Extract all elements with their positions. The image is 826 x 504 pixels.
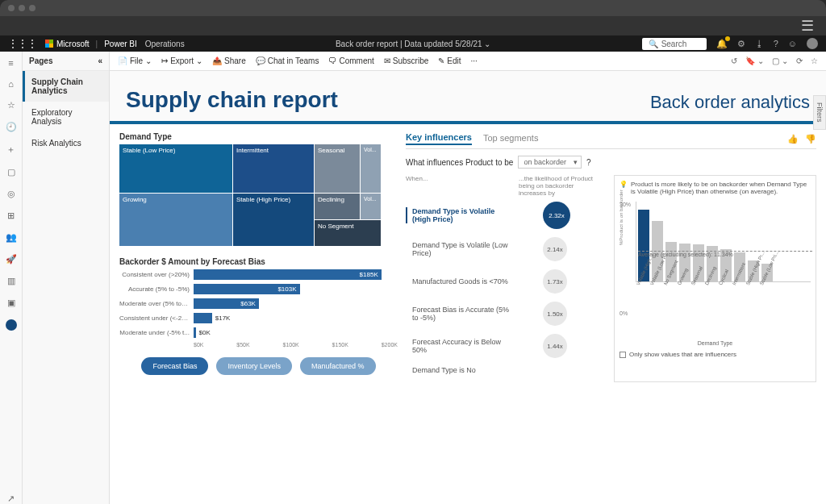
app-launcher-icon[interactable]: ⋮⋮⋮ (8, 38, 37, 49)
report-canvas: Filters Supply chain report Back order a… (110, 71, 826, 504)
shared-icon[interactable]: 👥 (6, 232, 17, 243)
ki-question-text: What influences Product to be (406, 158, 513, 167)
bookmark-icon[interactable]: 🔖 ⌄ (745, 56, 764, 65)
browser-toolbar: ☰ (0, 16, 826, 35)
collapse-pages-icon[interactable]: « (98, 56, 102, 65)
demand-type-treemap[interactable]: Stable (Low Price) Intermittent Seasonal… (119, 144, 398, 246)
ki-checkbox[interactable]: Only show values that are influencers (620, 351, 811, 358)
ki-influencer-row[interactable]: Demand Type is No (406, 366, 607, 374)
browser-menu-icon[interactable]: ☰ (801, 17, 814, 35)
ki-influencer-row[interactable]: Manufactured Goods is <70%1.73x (406, 269, 607, 294)
brand-label: Microsoft (56, 40, 90, 48)
apps-icon[interactable]: ⊞ (7, 210, 15, 221)
ki-influencer-row[interactable]: Forecast Bias is Accurate (5% to -5%)1.5… (406, 302, 607, 326)
share-button[interactable]: 📤 Share (212, 56, 246, 65)
bar-row[interactable]: Consistent over (>20%) $185K (119, 269, 398, 280)
help-icon[interactable]: ? (774, 39, 778, 48)
ki-influencer-row[interactable]: Demand Type is Volatile (High Price)2.32… (406, 202, 607, 229)
bar-row[interactable]: Moderate under (-5% t... $0K (119, 327, 398, 338)
treemap-cell[interactable]: Growing (119, 194, 232, 246)
bar-label: Consistent over (>20%) (119, 271, 194, 278)
notification-badge (725, 36, 730, 41)
page-tab-supply-chain[interactable]: Supply Chain Analytics (23, 71, 109, 102)
bar-value: $103K (277, 284, 296, 294)
ki-influencer-row[interactable]: Demand Type is Volatile (Low Price)2.14x (406, 237, 607, 261)
report-toolbar: 📄 File ⌄ ↦ Export ⌄ 📤 Share 💬 Chat in Te… (110, 52, 826, 71)
product-label: Power BI (104, 40, 137, 48)
ki-bubble: 2.14x (543, 237, 567, 261)
chat-teams-button[interactable]: 💬 Chat in Teams (256, 56, 319, 65)
breadcrumb[interactable]: Back order report | Data updated 5/28/21… (185, 40, 642, 48)
recent-icon[interactable]: 🕘 (6, 122, 17, 132)
rail-menu-icon[interactable]: ≡ (8, 58, 13, 68)
checkbox-icon[interactable] (620, 352, 626, 358)
treemap-cell[interactable]: Declining (315, 194, 360, 219)
pill-inventory[interactable]: Inventory Levels (216, 357, 292, 375)
goals-icon[interactable]: ◎ (7, 189, 15, 199)
reset-icon[interactable]: ↺ (731, 56, 737, 65)
more-menu[interactable]: ··· (471, 56, 478, 65)
tab-key-influencers[interactable]: Key influencers (406, 132, 472, 145)
workspaces-icon[interactable]: ▣ (7, 298, 15, 308)
workspace-label[interactable]: Operations (145, 40, 185, 48)
bar-row[interactable]: Moderate over (5% to 2... $63K (119, 298, 398, 309)
subscribe-button[interactable]: ✉ Subscribe (384, 56, 428, 65)
page-tab-risk[interactable]: Risk Analytics (23, 132, 109, 154)
treemap-cell[interactable]: Vol... (361, 144, 381, 193)
pages-header: Pages « (23, 52, 109, 71)
treemap-cell[interactable]: Seasonal (315, 144, 360, 193)
pill-manufactured[interactable]: Manufactured % (300, 357, 376, 375)
file-menu[interactable]: 📄 File ⌄ (118, 56, 152, 65)
pill-forecast-bias[interactable]: Forecast Bias (141, 357, 208, 375)
ki-influencer-row[interactable]: Forecast Accuracy is Below 50%1.44x (406, 334, 607, 358)
microsoft-logo-icon (45, 40, 53, 48)
search-input[interactable]: 🔍 Search (642, 38, 707, 50)
favorites-icon[interactable]: ☆ (7, 100, 15, 110)
ki-bubble: 2.32x (543, 202, 570, 229)
refresh-icon[interactable]: ⟳ (796, 56, 803, 65)
workspace-avatar-icon[interactable] (6, 319, 17, 331)
backorder-bar-chart[interactable]: Backorder $ Amount by Forecast Bias Cons… (119, 257, 398, 348)
notifications-icon[interactable]: 🔔 (716, 39, 728, 49)
treemap-cell[interactable]: Vol... (361, 194, 381, 219)
datasets-icon[interactable]: ▢ (7, 167, 15, 177)
page-tab-exploratory[interactable]: Exploratory Analysis (23, 102, 109, 132)
comment-button[interactable]: 🗨 Comment (328, 56, 373, 65)
download-icon[interactable]: ⭳ (755, 39, 764, 48)
treemap-cell[interactable]: Stable (High Price) (233, 194, 314, 246)
bar-row[interactable]: Accurate (5% to -5%) $103K (119, 284, 398, 294)
home-icon[interactable]: ⌂ (8, 79, 14, 89)
bar-x-axis: $0K$50K$100K$150K$200K (194, 342, 398, 348)
tab-top-segments[interactable]: Top segments (483, 133, 538, 144)
bar-label: Moderate over (5% to 2... (119, 300, 194, 307)
pages-panel: Pages « Supply Chain Analytics Explorato… (23, 52, 110, 504)
expand-icon[interactable]: ↗ (7, 494, 15, 504)
thumbs-up-icon[interactable]: 👍 (787, 134, 799, 144)
bar-value: $0K (196, 327, 211, 338)
ki-col-when: When... (406, 175, 519, 197)
edit-button[interactable]: ✎ Edit (438, 56, 461, 65)
window-dot (8, 5, 15, 11)
report-header: Supply chain report Back order analytics (110, 71, 826, 124)
treemap-cell[interactable]: Stable (Low Price) (119, 144, 232, 193)
learn-icon[interactable]: ▥ (7, 276, 15, 286)
filters-pane-toggle[interactable]: Filters (813, 95, 826, 130)
avatar[interactable] (807, 38, 818, 49)
ki-detail-chart[interactable]: 💡 Product is more likely to be on backor… (614, 175, 816, 382)
ki-influencer-list: When... ...the likelihood of Product bei… (406, 175, 607, 382)
report-content: 📄 File ⌄ ↦ Export ⌄ 📤 Share 💬 Chat in Te… (110, 52, 826, 504)
ki-target-select[interactable]: on backorder (518, 156, 582, 169)
deploy-icon[interactable]: 🚀 (6, 254, 17, 264)
bar-row[interactable]: Consistent under (<-20... $17K (119, 313, 398, 323)
ki-help-icon[interactable]: ? (586, 158, 591, 167)
feedback-icon[interactable]: ☺ (788, 39, 797, 48)
key-influencers-visual[interactable]: Key influencers Top segments 👍 👎 What in… (406, 132, 816, 382)
view-icon[interactable]: ▢ ⌄ (772, 56, 788, 65)
create-icon[interactable]: ＋ (6, 144, 15, 156)
star-icon[interactable]: ☆ (811, 56, 818, 65)
treemap-cell[interactable]: Intermittent (233, 144, 314, 193)
export-menu[interactable]: ↦ Export ⌄ (161, 56, 202, 65)
treemap-cell[interactable]: No Segment (315, 220, 381, 246)
thumbs-down-icon[interactable]: 👎 (805, 134, 816, 144)
settings-icon[interactable]: ⚙ (737, 39, 745, 49)
